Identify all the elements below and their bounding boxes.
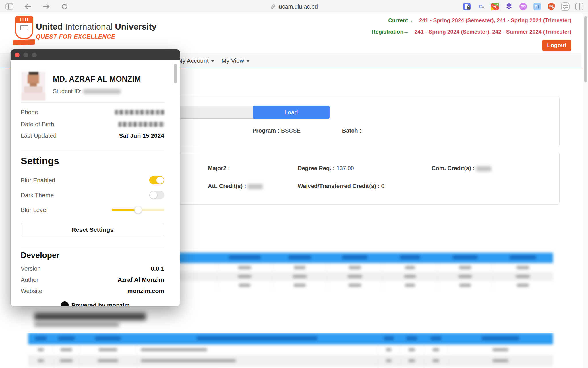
att-credits-field: Att. Credit(s) : <box>208 183 263 189</box>
blurred-dob <box>118 122 164 127</box>
layers-extension-icon[interactable] <box>504 2 514 11</box>
phone-row: Phone <box>21 109 164 116</box>
batch-field: Batch : <box>342 127 361 134</box>
wallpaper-extension-icon[interactable] <box>490 2 500 11</box>
reload-icon[interactable] <box>60 2 69 11</box>
waived-credits-field: Waived/Transferred Credit(s) : 0 <box>298 183 384 189</box>
translate-extension-icon[interactable]: G <box>476 2 486 11</box>
link-icon <box>270 4 276 9</box>
registration-term-line: Registration→ 241 - Spring 2024 (Semeste… <box>372 29 571 35</box>
back-icon[interactable] <box>24 2 32 11</box>
developer-title: Developer <box>21 251 59 260</box>
scrollbar-thumb[interactable] <box>584 16 587 82</box>
popup-body: MD. AZRAF AL MONZIM Student ID: Phone Da… <box>11 60 180 306</box>
password-lock-extension-icon[interactable] <box>462 2 471 11</box>
brand-text: United International University QUEST FO… <box>36 22 156 40</box>
logo-ribbon <box>13 39 35 45</box>
popup-titlebar[interactable] <box>11 49 180 60</box>
monzim-logo-icon <box>61 301 69 306</box>
author-row: Author Azraf Al Monzim <box>21 276 164 283</box>
popup-scrollbar[interactable] <box>174 64 177 83</box>
logout-button[interactable]: Logout <box>542 40 571 51</box>
table-row <box>28 344 553 355</box>
blurred-section-subtext <box>34 322 119 327</box>
toggle-knob <box>150 191 157 199</box>
url-text: ucam.uiu.ac.bd <box>279 3 318 10</box>
divider <box>21 102 164 103</box>
blurred-section-heading <box>34 313 146 320</box>
blur-level-row: Blur Level <box>21 206 164 213</box>
blur-enabled-toggle[interactable] <box>149 176 164 184</box>
window-scrollbar[interactable] <box>583 13 588 368</box>
degree-req-field: Degree Req. : 137.00 <box>298 165 354 172</box>
extensions-row: G FI UO <box>462 2 584 11</box>
close-window-button[interactable] <box>15 53 20 57</box>
browser-toolbar: ucam.uiu.ac.bd G FI UO <box>0 0 588 13</box>
current-term-line: Current→ 241 - Spring 2024 (Semester), 2… <box>372 17 571 24</box>
minimize-window-button[interactable] <box>23 53 28 57</box>
sidebar-toggle-icon[interactable] <box>5 2 14 11</box>
svg-text:I: I <box>538 4 539 9</box>
powered-by: Powered by monzim <box>11 301 180 306</box>
blur-enabled-row: Blur Enabled <box>21 176 164 184</box>
blurred-value <box>476 166 491 171</box>
website-link[interactable]: monzim.com <box>127 288 164 294</box>
blurred-phone <box>115 110 164 115</box>
reset-settings-button[interactable]: Reset Settings <box>21 223 164 236</box>
nav-my-view[interactable]: My View <box>221 57 250 64</box>
blurred-value <box>248 184 263 189</box>
divider <box>21 248 164 248</box>
zoom-window-button[interactable] <box>32 53 37 57</box>
load-button[interactable]: Load <box>253 106 330 119</box>
program-field: Program : BSCSE <box>252 127 301 134</box>
slider-knob[interactable] <box>134 206 142 214</box>
extension-popup: MD. AZRAF AL MONZIM Student ID: Phone Da… <box>11 49 180 306</box>
uiu-shield-icon: UIU <box>15 16 33 39</box>
student-id-row: Student ID: <box>53 88 121 95</box>
chevron-down-icon <box>246 60 250 62</box>
blurred-student-id <box>83 89 121 94</box>
avatar <box>21 72 45 101</box>
ublock-shield-extension-icon[interactable]: UO <box>547 2 556 11</box>
com-credits-field: Com. Credit(s) : <box>432 165 491 172</box>
site-header: UIU United International University QUES… <box>0 13 588 53</box>
font-changer-extension-icon[interactable]: FI <box>533 2 542 11</box>
uiu-logo: UIU <box>13 16 35 47</box>
chevron-down-icon <box>211 60 214 62</box>
table-row <box>28 366 553 368</box>
settings-title: Settings <box>21 155 59 166</box>
forward-icon[interactable] <box>42 2 51 11</box>
book-icon <box>20 25 28 30</box>
split-view-icon[interactable] <box>575 2 584 11</box>
dark-theme-toggle[interactable] <box>149 191 164 199</box>
tune-sliders-extension-icon[interactable] <box>561 2 570 11</box>
svg-text:F: F <box>535 4 537 9</box>
last-updated-row: Last Updated Sat Jun 15 2024 <box>21 132 164 139</box>
nav-my-account[interactable]: My Account <box>177 57 214 64</box>
website-row: Website monzim.com <box>21 288 164 294</box>
dob-row: Date of Birth <box>21 121 164 128</box>
table-row <box>28 355 553 366</box>
course-table-clip <box>0 333 588 368</box>
avatar-face-extension-icon[interactable] <box>519 2 528 11</box>
tagline: QUEST FOR EXCELLENCE <box>36 33 156 40</box>
table-header-row <box>28 333 553 344</box>
course-table-blurred <box>28 333 553 368</box>
divider <box>21 151 164 151</box>
dark-theme-row: Dark Theme <box>21 191 164 199</box>
student-name: MD. AZRAF AL MONZIM <box>53 75 141 84</box>
term-info: Current→ 241 - Spring 2024 (Semester), 2… <box>372 17 571 40</box>
blur-level-slider[interactable] <box>112 209 164 211</box>
toggle-knob <box>156 177 164 184</box>
version-row: Version 0.0.1 <box>21 265 164 272</box>
svg-text:G: G <box>479 4 483 9</box>
major2-field: Major2 : <box>208 165 230 172</box>
